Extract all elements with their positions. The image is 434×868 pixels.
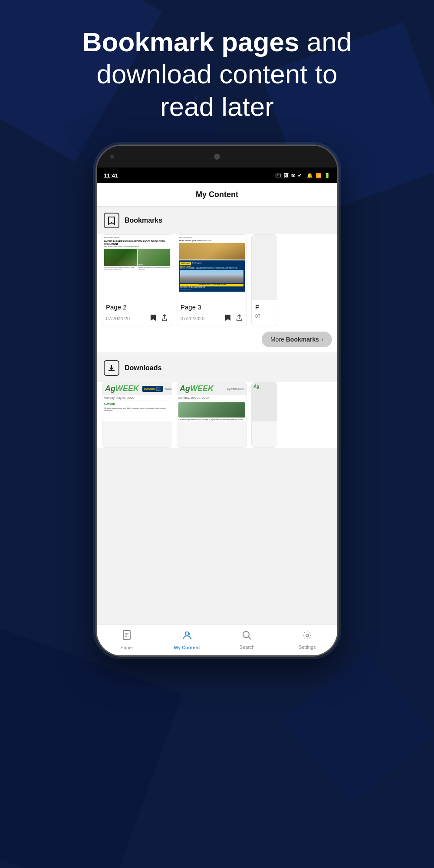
download-card-3[interactable]: Ag: [251, 382, 277, 448]
status-bar: 11:41 📳 🖼 ✉ ✔ 🔔 📶 🔋: [97, 168, 337, 183]
card-2-share-btn[interactable]: [235, 313, 243, 323]
phone-device: 11:41 📳 🖼 ✉ ✔ 🔔 📶 🔋 My Content: [95, 145, 339, 657]
app-scroll-area[interactable]: Bookmarks REGIONAL NEWS HMONG FARMERS US…: [97, 207, 337, 624]
app-header: My Content: [97, 183, 337, 207]
card-2-thumbnail: BIOLOGY NEWS Study: Farmers produce more…: [177, 235, 247, 300]
downloads-header: Downloads: [97, 354, 337, 382]
nav-search-label: Search: [240, 644, 255, 650]
card-1-bookmark-btn[interactable]: [149, 313, 157, 323]
download-1-thumbnail: AgWEEK SUPERIOR Grain Equip. www.superio…: [102, 382, 172, 447]
power-button: [337, 233, 339, 252]
card-2-bookmark-btn[interactable]: [224, 313, 232, 323]
search-icon: [242, 631, 252, 643]
card-3-info: P 07: [252, 300, 277, 321]
battery-icon: 🔋: [324, 173, 330, 178]
svg-point-8: [306, 634, 309, 637]
bottom-navigation: Paper My Content: [97, 624, 337, 655]
card-1-share-btn[interactable]: [161, 313, 168, 323]
card-3-thumbnail: [252, 235, 277, 300]
card-3-date: 07: [255, 313, 260, 319]
hero-section: Bookmark pages anddownload content torea…: [0, 0, 434, 140]
downloads-section: Downloads AgWEEK SUPERIOR: [97, 353, 337, 448]
check-icon: ✔: [298, 173, 302, 178]
svg-line-7: [248, 637, 251, 639]
photo-icon: 🖼: [284, 173, 289, 178]
camera-center: [214, 154, 220, 160]
status-icons: 📳 🖼 ✉ ✔ 🔔 📶 🔋: [275, 173, 330, 178]
wifi-icon: 📶: [316, 173, 322, 178]
bookmark-card-1[interactable]: REGIONAL NEWS HMONG FARMERS USE MN-GROWN…: [102, 234, 172, 326]
card-2-date: 07/20/2020: [181, 316, 204, 321]
card-1-meta: 07/20/2020: [106, 313, 168, 323]
bookmarks-title: Bookmarks: [125, 217, 162, 224]
nav-settings-label: Settings: [299, 644, 316, 650]
bookmarks-cards-row: REGIONAL NEWS HMONG FARMERS USE MN-GROWN…: [97, 234, 337, 326]
card-3-title: P: [255, 303, 273, 311]
download-3-thumbnail: Ag: [252, 382, 277, 447]
settings-icon: [302, 631, 312, 643]
download-section-icon: [104, 360, 119, 376]
bookmark-section-icon: [104, 213, 119, 228]
sound-icon: 🔔: [307, 173, 313, 178]
camera-left: [110, 155, 114, 159]
card-1-thumbnail: REGIONAL NEWS HMONG FARMERS USE MN-GROWN…: [102, 235, 172, 300]
bookmarks-section: Bookmarks REGIONAL NEWS HMONG FARMERS US…: [97, 207, 337, 352]
mail-icon: ✉: [291, 173, 295, 178]
nav-paper-label: Paper: [121, 645, 133, 650]
nav-search[interactable]: Search: [217, 627, 277, 653]
nav-settings[interactable]: Settings: [277, 627, 338, 653]
card-2-meta: 07/20/2020: [181, 313, 243, 323]
app-title: My Content: [196, 190, 238, 199]
phone-chin-button: [191, 654, 243, 657]
more-bookmarks-button[interactable]: More Bookmarks ›: [262, 332, 332, 347]
card-1-title: Page 2: [106, 303, 168, 311]
card-3-meta: 07: [255, 313, 273, 319]
phone-bottom-bar: ◄: [97, 655, 337, 657]
hero-bold-text: Bookmark pages: [82, 27, 299, 57]
volume-button: [95, 267, 97, 293]
phone-top-bar: [97, 146, 337, 168]
card-1-date: 07/20/2020: [106, 316, 130, 321]
svg-point-6: [243, 631, 249, 638]
paper-icon: [122, 630, 132, 643]
svg-line-5: [190, 638, 191, 639]
bookmark-card-2[interactable]: BIOLOGY NEWS Study: Farmers produce more…: [177, 234, 247, 326]
volume-down-button: [337, 345, 339, 365]
phone-wrapper: 11:41 📳 🖼 ✉ ✔ 🔔 📶 🔋 My Content: [0, 145, 434, 657]
more-btn-text: More Bookmarks: [270, 336, 319, 343]
download-2-thumbnail: AgWEEK agweek.com Monday, July 20, 2020 …: [177, 382, 247, 447]
download-card-1[interactable]: AgWEEK SUPERIOR Grain Equip. www.superio…: [102, 382, 172, 448]
card-2-title: Page 3: [181, 303, 243, 311]
bookmarks-header: Bookmarks: [97, 207, 337, 234]
status-time: 11:41: [104, 172, 118, 179]
svg-point-4: [185, 632, 189, 635]
card-1-info: Page 2 07/20/2020: [102, 300, 172, 326]
more-bookmarks-row: More Bookmarks ›: [97, 326, 337, 352]
downloads-cards-row: AgWEEK SUPERIOR Grain Equip. www.superio…: [97, 382, 337, 448]
nav-my-content[interactable]: My Content: [157, 627, 217, 654]
nav-my-content-label: My Content: [174, 645, 200, 650]
card-1-actions: [149, 313, 168, 323]
my-content-icon: [182, 630, 192, 643]
vibrate-icon: 📳: [275, 173, 281, 178]
download-card-2[interactable]: AgWEEK agweek.com Monday, July 20, 2020 …: [177, 382, 247, 448]
app-content: My Content Bookmarks: [97, 183, 337, 655]
card-2-actions: [224, 313, 243, 323]
card-2-info: Page 3 07/20/2020: [177, 300, 247, 326]
nav-paper[interactable]: Paper: [97, 627, 157, 654]
downloads-title: Downloads: [125, 364, 161, 372]
bookmark-card-3[interactable]: P 07: [251, 234, 277, 326]
chevron-right-icon: ›: [322, 336, 323, 342]
